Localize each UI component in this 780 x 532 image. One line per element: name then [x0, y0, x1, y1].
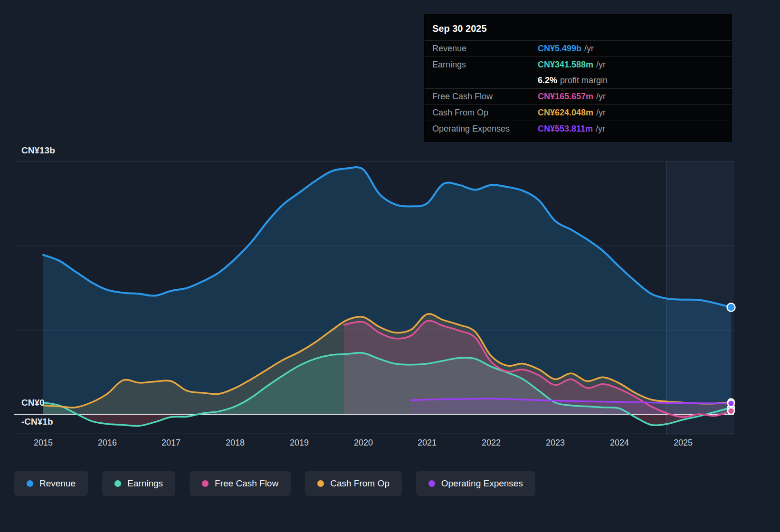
page-root: CN¥13b CN¥0 -CN¥1b 2015 2016 2017 2018 2… — [0, 0, 780, 532]
tooltip-value: CN¥165.657m — [538, 92, 593, 102]
tooltip-label: Cash From Op — [432, 108, 538, 118]
y-axis-label-negative: -CN¥1b — [21, 417, 53, 427]
legend: Revenue Earnings Free Cash Flow Cash Fro… — [14, 471, 535, 496]
tooltip-row-free-cash-flow: Free Cash Flow CN¥165.657m /yr — [425, 88, 732, 104]
tooltip-label: Operating Expenses — [432, 124, 538, 134]
legend-dot-revenue-icon — [27, 480, 33, 487]
x-tick-label: 2021 — [418, 438, 437, 448]
x-tick-label: 2023 — [546, 438, 565, 448]
tooltip-label: Free Cash Flow — [432, 92, 538, 102]
x-tick-label: 2015 — [34, 438, 53, 448]
y-axis-label-zero: CN¥0 — [21, 398, 45, 408]
x-tick-label: 2016 — [98, 438, 117, 448]
tooltip-date: Sep 30 2025 — [425, 21, 732, 41]
tooltip-row-cash-from-op: Cash From Op CN¥624.048m /yr — [425, 104, 732, 121]
tooltip-suffix: /yr — [584, 44, 594, 54]
tooltip-label: Earnings — [432, 60, 538, 70]
legend-label: Cash From Op — [330, 478, 390, 489]
x-tick-label: 2019 — [290, 438, 309, 448]
legend-item-operating-expenses[interactable]: Operating Expenses — [416, 471, 535, 496]
x-tick-label: 2018 — [226, 438, 245, 448]
legend-label: Revenue — [39, 478, 76, 489]
summary-tooltip: Sep 30 2025 Revenue CN¥5.499b /yr Earnin… — [424, 14, 732, 142]
legend-label: Operating Expenses — [441, 478, 523, 489]
tooltip-value: CN¥341.588m — [538, 60, 593, 70]
tooltip-value: CN¥624.048m — [538, 108, 593, 118]
legend-label: Free Cash Flow — [215, 478, 278, 489]
legend-dot-earnings-icon — [114, 480, 121, 487]
legend-item-revenue[interactable]: Revenue — [14, 471, 88, 496]
tooltip-value: CN¥553.811m — [538, 124, 593, 134]
tooltip-suffix: /yr — [596, 124, 605, 134]
x-tick-label: 2020 — [354, 438, 373, 448]
x-tick-label: 2017 — [162, 438, 181, 448]
legend-label: Earnings — [127, 478, 163, 489]
tooltip-row-revenue: Revenue CN¥5.499b /yr — [425, 41, 732, 57]
x-tick-label: 2025 — [674, 438, 693, 448]
tooltip-suffix: /yr — [596, 60, 606, 70]
x-tick-label: 2024 — [610, 438, 629, 448]
tooltip-row-operating-expenses: Operating Expenses CN¥553.811m /yr — [425, 121, 732, 137]
tooltip-suffix: /yr — [596, 92, 606, 102]
tooltip-row-earnings: Earnings CN¥341.588m /yr — [425, 57, 732, 73]
tooltip-value: 6.2% — [538, 76, 557, 86]
legend-dot-cash-from-op-icon — [317, 480, 324, 487]
legend-dot-operating-expenses-icon — [428, 480, 435, 487]
tooltip-suffix: /yr — [596, 108, 606, 118]
legend-item-earnings[interactable]: Earnings — [102, 471, 175, 496]
legend-dot-free-cash-flow-icon — [202, 480, 209, 487]
legend-item-cash-from-op[interactable]: Cash From Op — [305, 471, 402, 496]
y-axis-label-top: CN¥13b — [21, 145, 55, 156]
tooltip-suffix: profit margin — [560, 76, 608, 86]
legend-item-free-cash-flow[interactable]: Free Cash Flow — [190, 471, 291, 496]
x-tick-label: 2022 — [482, 438, 501, 448]
tooltip-row-profit-margin: 6.2% profit margin — [425, 73, 732, 88]
tooltip-value: CN¥5.499b — [538, 44, 581, 54]
tooltip-label: Revenue — [432, 44, 538, 54]
